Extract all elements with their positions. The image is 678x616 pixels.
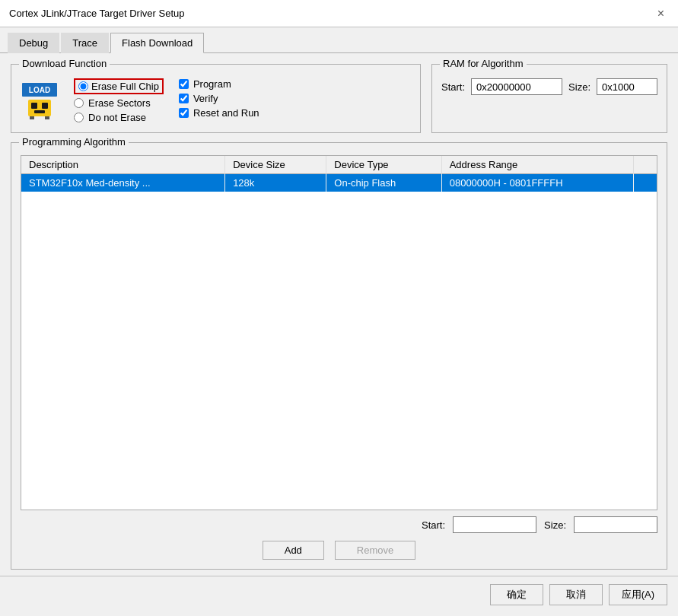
cell-extra	[634, 174, 657, 192]
ram-start-row: Start: Size:	[441, 78, 657, 95]
table-body: STM32F10x Med-density ... 128k On-chip F…	[21, 174, 657, 192]
radio-erase-full-chip-label: Erase Full Chip	[91, 81, 159, 92]
algo-buttons: Add Remove	[21, 541, 657, 560]
ram-size-label: Size:	[568, 81, 590, 93]
cell-description: STM32F10x Med-density ...	[21, 174, 225, 192]
radio-erase-sectors[interactable]: Erase Sectors	[74, 97, 164, 109]
algo-table: Description Device Size Device Type Addr…	[21, 156, 657, 192]
checkbox-program[interactable]: Program	[179, 78, 259, 90]
checkbox-verify-input[interactable]	[179, 94, 189, 103]
col-device-type: Device Type	[326, 156, 441, 174]
ram-for-algorithm-title: RAM for Algorithm	[440, 58, 526, 69]
remove-button[interactable]: Remove	[335, 541, 415, 560]
svg-rect-3	[31, 103, 37, 109]
algo-start-label: Start:	[422, 519, 445, 531]
radio-do-not-erase-label: Do not Erase	[88, 112, 146, 123]
ram-size-input[interactable]	[597, 78, 657, 95]
ram-for-algorithm-group: RAM for Algorithm Start: Size:	[431, 64, 667, 133]
algo-bottom: Start: Size:	[21, 516, 657, 533]
col-device-size: Device Size	[225, 156, 326, 174]
ok-button[interactable]: 确定	[490, 584, 543, 605]
close-button[interactable]: ×	[653, 5, 669, 22]
radio-group: Erase Full Chip Erase Sectors Do not Era…	[74, 78, 164, 123]
radio-do-not-erase[interactable]: Do not Erase	[74, 112, 164, 123]
main-content: Debug Trace Flash Download Download Func…	[0, 27, 678, 616]
table-header-row: Description Device Size Device Type Addr…	[21, 156, 657, 174]
algo-start-input[interactable]	[453, 516, 536, 533]
radio-erase-sectors-label: Erase Sectors	[88, 97, 151, 109]
add-button[interactable]: Add	[263, 541, 324, 560]
checkbox-program-label: Program	[193, 78, 231, 90]
top-panels: Download Function LOAD	[11, 64, 667, 133]
tab-trace[interactable]: Trace	[61, 33, 109, 53]
radio-erase-sectors-input[interactable]	[74, 98, 84, 108]
load-icon: LOAD	[21, 81, 59, 119]
checkbox-group: Program Verify Reset and Run	[179, 78, 259, 123]
cancel-button[interactable]: 取消	[549, 584, 603, 605]
cell-device-size: 128k	[225, 174, 326, 192]
download-function-group: Download Function LOAD	[11, 64, 421, 133]
checkbox-verify-label: Verify	[193, 93, 218, 104]
cell-device-type: On-chip Flash	[326, 174, 441, 192]
download-function-inner: LOAD	[21, 77, 411, 123]
apply-button[interactable]: 应用(A)	[609, 584, 667, 605]
svg-text:LOAD: LOAD	[29, 86, 50, 94]
ram-inner: Start: Size:	[441, 78, 657, 95]
ram-start-label: Start:	[441, 81, 465, 93]
col-address-range: Address Range	[441, 156, 633, 174]
ram-start-input[interactable]	[471, 78, 562, 95]
window-title: Cortex JLink/JTrace Target Driver Setup	[9, 8, 184, 19]
radio-erase-full-chip[interactable]: Erase Full Chip	[74, 78, 164, 94]
checkbox-reset-and-run-label: Reset and Run	[193, 107, 259, 119]
algo-table-container: Description Device Size Device Type Addr…	[21, 155, 657, 510]
tab-debug[interactable]: Debug	[8, 33, 59, 53]
erase-full-chip-box: Erase Full Chip	[74, 78, 164, 94]
content-area: Download Function LOAD	[0, 53, 678, 570]
algo-size-input[interactable]	[574, 516, 657, 533]
table-row[interactable]: STM32F10x Med-density ... 128k On-chip F…	[21, 174, 657, 192]
col-extra	[634, 156, 657, 174]
radio-do-not-erase-input[interactable]	[74, 113, 84, 122]
programming-algorithm-group: Programming Algorithm Description Device…	[11, 142, 667, 570]
download-function-title: Download Function	[19, 58, 110, 69]
algo-size-label: Size:	[544, 519, 566, 531]
programming-algorithm-title: Programming Algorithm	[19, 136, 129, 148]
svg-rect-7	[45, 116, 49, 119]
title-bar: Cortex JLink/JTrace Target Driver Setup …	[0, 0, 678, 27]
tab-bar: Debug Trace Flash Download	[0, 27, 678, 53]
tab-flash-download[interactable]: Flash Download	[110, 33, 204, 53]
checkbox-verify[interactable]: Verify	[179, 93, 259, 104]
footer: 确定 取消 应用(A)	[0, 576, 678, 616]
checkbox-program-input[interactable]	[179, 79, 189, 89]
svg-rect-6	[30, 116, 34, 119]
svg-rect-5	[34, 110, 45, 113]
col-description: Description	[21, 156, 225, 174]
radio-erase-full-chip-input[interactable]	[78, 81, 88, 91]
svg-rect-4	[42, 103, 48, 109]
load-icon-area: LOAD	[21, 77, 59, 123]
checkbox-reset-and-run[interactable]: Reset and Run	[179, 107, 259, 119]
cell-address-range: 08000000H - 0801FFFFH	[441, 174, 633, 192]
checkbox-reset-and-run-input[interactable]	[179, 108, 189, 118]
